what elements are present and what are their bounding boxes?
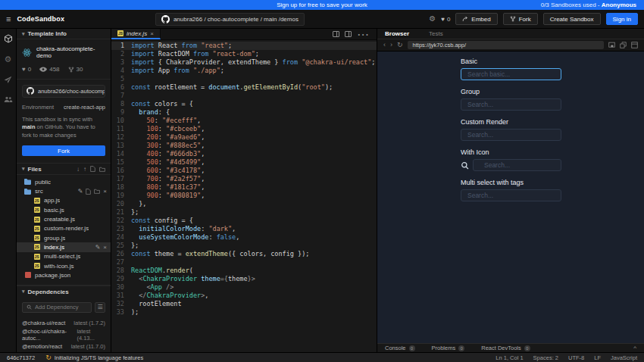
file-tree-item-src[interactable]: src✎×	[17, 187, 111, 196]
with-icon-input[interactable]	[473, 159, 561, 171]
create-sandbox-button[interactable]: Create Sandbox	[543, 13, 601, 25]
js-file-icon: JS	[33, 207, 40, 213]
url-bar[interactable]: https://jyk70.csb.app/	[408, 41, 604, 49]
code-line: 18 800: "#181c37",	[111, 183, 377, 192]
forward-icon[interactable]: ›	[390, 42, 392, 48]
new-file-icon[interactable]	[86, 189, 91, 195]
code-line: 9 brand: {	[111, 108, 377, 117]
dependency-row[interactable]: @emotion/react latest (11.7.0)	[17, 341, 111, 353]
add-dependency-input[interactable]	[35, 304, 87, 311]
file-tree-item-index-js[interactable]: JS index.js✎×	[17, 242, 111, 251]
multi-select-with-tags-input[interactable]	[461, 189, 561, 201]
code-line: 13 300: "#888ec5",	[111, 142, 377, 150]
dependency-row[interactable]: @choc-ui/chakra-autoc... latest (4.13...	[17, 329, 111, 341]
app-brand[interactable]: CodeSandbox	[17, 15, 64, 23]
banner-message: Sign up for free to save your work	[277, 2, 367, 8]
new-file-icon[interactable]	[90, 166, 95, 172]
devtools-tab-react-devtools[interactable]: React DevTools0	[481, 345, 530, 351]
signup-banner[interactable]: Sign up for free to save your work 0/3 S…	[0, 0, 644, 10]
field-label: Multi select with tags	[461, 179, 561, 186]
status-item: LF	[594, 354, 601, 361]
sync-note: This sandbox is in sync with main on Git…	[17, 113, 111, 141]
file-tree-item-multi-select-js[interactable]: JS multi-select.js	[17, 252, 111, 261]
responsive-mode-icon[interactable]	[608, 42, 615, 48]
chevron-down-icon: ▾	[22, 289, 25, 295]
edit-icon[interactable]: ✎	[95, 244, 101, 251]
menu-icon[interactable]: ≡	[6, 15, 11, 23]
tab-browser[interactable]: Browser	[385, 30, 409, 37]
embed-button[interactable]: Embed	[455, 13, 497, 25]
embed-label: Embed	[471, 16, 490, 23]
create-sandbox-label: Create Sandbox	[550, 16, 594, 23]
js-file-icon: JS	[33, 235, 40, 241]
tab-tests[interactable]: Tests	[429, 30, 443, 37]
settings-gear-icon[interactable]: ⚙	[429, 15, 436, 23]
dependencies-title: Dependencies	[28, 289, 69, 295]
react-logo-icon	[22, 48, 32, 58]
upload-icon[interactable]: ↑	[83, 166, 86, 173]
live-collaborators-icon[interactable]	[4, 95, 13, 103]
more-options-icon[interactable]: ⋯	[357, 27, 370, 42]
code-line: 1import React from "react";	[111, 42, 377, 50]
file-tree-item-group-js[interactable]: JS group.js	[17, 233, 111, 242]
like-counter[interactable]: ♥ 0	[441, 16, 450, 23]
status-item: Spaces: 2	[533, 354, 558, 361]
github-icon	[161, 15, 170, 23]
basic-input[interactable]	[461, 68, 561, 80]
devtools-tab-console[interactable]: Console0	[385, 345, 415, 351]
environment-value: create-react-app	[64, 104, 105, 111]
file-tree-item-basic-js[interactable]: JS basic.js	[17, 205, 111, 214]
file-tree-item-creatable-js[interactable]: JS creatable.js	[17, 214, 111, 223]
sidebar-fork-button[interactable]: Fork	[22, 145, 105, 156]
file-tree-item-app-js[interactable]: JS app.js	[17, 196, 111, 205]
branch-name: main	[22, 123, 36, 130]
tab-index-js[interactable]: JS index.js ×	[111, 29, 161, 39]
close-icon[interactable]: ×	[150, 30, 154, 37]
dependency-row[interactable]: @chakra-ui/react latest (1.7.2)	[17, 317, 111, 329]
chevron-up-icon[interactable]: ^	[633, 345, 636, 351]
devtools-tab-problems[interactable]: Problems0	[432, 345, 465, 351]
github-repo-card[interactable]: anubra266/choc-autocomplete	[22, 85, 105, 98]
devtools-panel-icon[interactable]	[631, 42, 638, 48]
add-dependency-field	[22, 302, 92, 313]
custom-render-input[interactable]	[461, 129, 561, 141]
dependency-list-icon[interactable]: ☰	[95, 302, 105, 313]
dependencies-section-header[interactable]: ▾ Dependencies	[17, 286, 111, 298]
config-gear-icon[interactable]: ⚙	[5, 55, 12, 64]
file-tree-item-package-json[interactable]: package.json	[17, 270, 111, 279]
file-tree-item-with-icon-js[interactable]: JS with-icon.js	[17, 261, 111, 270]
browser-preview-pane: Browser Tests ‹ › ↻ https://jyk70.csb.ap…	[377, 29, 644, 352]
edit-icon[interactable]: ✎	[78, 188, 83, 195]
embed-arrow-icon	[462, 16, 468, 22]
code-editor-pane: JS index.js × ⋯ 1import React from "reac…	[111, 29, 377, 352]
github-repo-name: anubra266/choc-autocomplete	[38, 88, 105, 95]
browser-nav-bar: ‹ › ↻ https://jyk70.csb.app/	[377, 39, 644, 51]
sign-in-button[interactable]: Sign in	[606, 13, 638, 25]
refresh-icon[interactable]: ↻	[397, 42, 403, 48]
new-folder-icon[interactable]	[99, 167, 105, 172]
split-view-icon[interactable]	[333, 31, 339, 37]
group-input[interactable]	[461, 98, 561, 111]
close-icon[interactable]: ×	[103, 188, 107, 195]
close-icon[interactable]: ×	[103, 244, 107, 251]
file-tree-item-custom-render-js[interactable]: JS custom-render.js	[17, 224, 111, 233]
new-folder-icon[interactable]	[94, 189, 100, 194]
stat-fork: 30	[68, 66, 83, 73]
github-repo-breadcrumb[interactable]: anubra266 / choc-autocomplete / main /de…	[155, 13, 305, 26]
code-line: 33);	[111, 308, 377, 317]
count-badge: 0	[409, 345, 415, 351]
template-info-header[interactable]: ▾ Template Info	[17, 29, 111, 39]
project-info-icon[interactable]	[4, 34, 13, 43]
open-new-window-icon[interactable]	[620, 42, 627, 48]
code-line: 29 <ChakraProvider theme={theme}>	[111, 275, 377, 283]
download-icon[interactable]: ↓	[77, 166, 80, 173]
code-area[interactable]: 1import React from "react"; 2import Reac…	[111, 40, 377, 352]
preview-layout-icon[interactable]	[345, 31, 352, 37]
deployment-rocket-icon[interactable]	[4, 76, 12, 84]
back-icon[interactable]: ‹	[383, 42, 386, 48]
file-tree-item-public[interactable]: public	[17, 177, 111, 186]
heart-icon: ♥	[22, 66, 26, 73]
fork-button[interactable]: Fork	[503, 13, 538, 25]
code-line: 28ReactDOM.render(	[111, 267, 377, 275]
files-section-header[interactable]: ▾ Files ↓ ↑	[17, 163, 111, 175]
